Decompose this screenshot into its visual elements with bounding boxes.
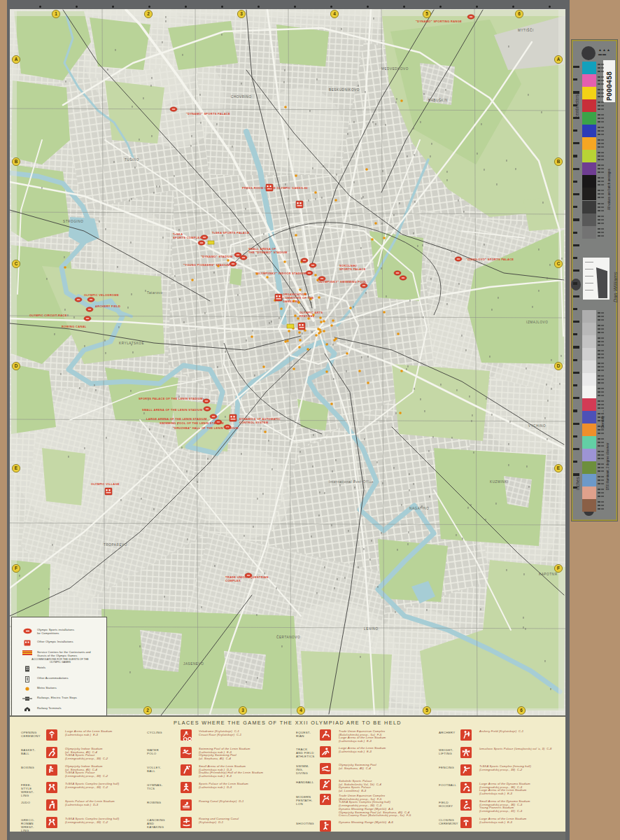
svg-text:"OLYMPIISKY" INDOOR STADIUM: "OLYMPIISKY" INDOOR STADIUM xyxy=(255,272,307,275)
svg-text:2: 2 xyxy=(147,11,150,16)
svg-text:2: 2 xyxy=(146,708,149,713)
svg-text:LENINO: LENINO xyxy=(364,627,379,631)
svg-text:3: 3 xyxy=(240,11,243,16)
svg-text:C: C xyxy=(15,261,18,266)
svg-text:BESKUDNIKOVO: BESKUDNIKOVO xyxy=(329,88,360,92)
svg-text:1: 1 xyxy=(55,11,57,16)
svg-text:IZMAJLOVO: IZMAJLOVO xyxy=(526,321,548,324)
svg-text:ARCHERY FIELD: ARCHERY FIELD xyxy=(95,304,120,308)
svg-text:5: 5 xyxy=(425,708,428,713)
svg-text:A: A xyxy=(557,57,561,62)
svg-text:A: A xyxy=(15,57,18,62)
svg-text:JASENEVO: JASENEVO xyxy=(183,662,204,666)
svg-text:BABUŠKIN: BABUŠKIN xyxy=(428,98,448,102)
svg-text:"DYNAMO" SPORTING RANGE: "DYNAMO" SPORTING RANGE xyxy=(416,20,462,23)
svg-text:B: B xyxy=(15,159,18,164)
svg-text:STROGINO: STROGINO xyxy=(63,220,83,223)
svg-text:"IZMAILOVO" SPORTS PALACE: "IZMAILOVO" SPORTS PALACE xyxy=(466,258,514,261)
svg-text:F: F xyxy=(557,566,560,570)
svg-text:SMALL ARENA OF THE LENIN STADI: SMALL ARENA OF THE LENIN STADIUM xyxy=(142,408,203,412)
svg-text:KUZMINKI: KUZMINKI xyxy=(490,480,509,484)
svg-text:6: 6 xyxy=(520,708,523,713)
svg-text:B: B xyxy=(557,159,561,164)
svg-text:LARGE ARENA OF THE LENIN STADI: LARGE ARENA OF THE LENIN STADIUM xyxy=(146,417,207,421)
svg-text:"OLYMPIISKY" SWIMMING POOL: "OLYMPIISKY" SWIMMING POOL xyxy=(317,280,367,284)
svg-text:"YOUNG PIONEERS" STADIUM: "YOUNG PIONEERS" STADIUM xyxy=(183,263,230,267)
svg-text:MYTIŠČI: MYTIŠČI xyxy=(518,28,534,32)
svg-text:International Post-Office: International Post-Office xyxy=(329,480,374,484)
svg-text:SWIMMING POOL OF THE LENIN STA: SWIMMING POOL OF THE LENIN STADIUM xyxy=(160,421,224,425)
svg-text:D: D xyxy=(557,363,561,368)
svg-text:"DYNAMO" STADIUM: "DYNAMO" STADIUM xyxy=(201,255,233,258)
svg-text:P000458: P000458 xyxy=(606,71,614,101)
svg-text:"DRUZHBA" HALL OF THE LENIN ST: "DRUZHBA" HALL OF THE LENIN STADIUM xyxy=(173,426,239,430)
svg-text:4: 4 xyxy=(300,708,302,713)
svg-text:OLYMPIC CIRCUIT-RACE: OLYMPIC CIRCUIT-RACE xyxy=(29,314,67,317)
svg-text:3: 3 xyxy=(241,708,244,713)
svg-text:D: D xyxy=(15,363,18,368)
svg-text:OLYMPIC VILLAGE: OLYMPIC VILLAGE xyxy=(91,482,120,486)
svg-text:Tatarovo: Tatarovo xyxy=(147,291,162,295)
svg-text:"DYNAMO" SPORTS PALACE: "DYNAMO" SPORTS PALACE xyxy=(186,112,230,115)
svg-text:ROWING CANAL: ROWING CANAL xyxy=(62,325,87,328)
svg-text:4: 4 xyxy=(333,11,336,16)
svg-text:TUŠINO: TUŠINO xyxy=(125,158,139,162)
svg-text:F: F xyxy=(15,566,17,570)
svg-text:5: 5 xyxy=(425,11,428,16)
svg-text:KAPOTNЯ: KAPOTNЯ xyxy=(539,573,557,576)
svg-text:ČERTANOVO: ČERTANOVO xyxy=(276,635,300,639)
svg-text:PRESS-ROOM OF THE OLYMPIC GAME: PRESS-ROOM OF THE OLYMPIC GAMES-80 xyxy=(242,186,308,190)
svg-text:E: E xyxy=(15,465,18,470)
svg-text:VYCHINO: VYCHINO xyxy=(528,424,546,428)
svg-text:CHOVRINO: CHOVRINO xyxy=(231,95,252,99)
svg-text:TROPAREVO: TROPAREVO xyxy=(104,543,127,547)
svg-text:MEDVEDKOVO: MEDVEDKOVO xyxy=(381,67,409,71)
svg-text:TsSKA SPORTS PALACE: TsSKA SPORTS PALACE xyxy=(212,231,249,234)
svg-text:OLYMPIC VELODROME: OLYMPIC VELODROME xyxy=(84,293,119,297)
svg-text:E: E xyxy=(557,465,561,470)
svg-text:KRYLATSKOE: KRYLATSKOE xyxy=(119,342,144,345)
svg-text:C: C xyxy=(557,261,561,266)
svg-text:SPORTS PALACE OF THE LENIN STA: SPORTS PALACE OF THE LENIN STADIUM xyxy=(139,397,203,400)
svg-text:NAGATINO: NAGATINO xyxy=(409,507,429,510)
svg-text:6: 6 xyxy=(518,11,521,16)
